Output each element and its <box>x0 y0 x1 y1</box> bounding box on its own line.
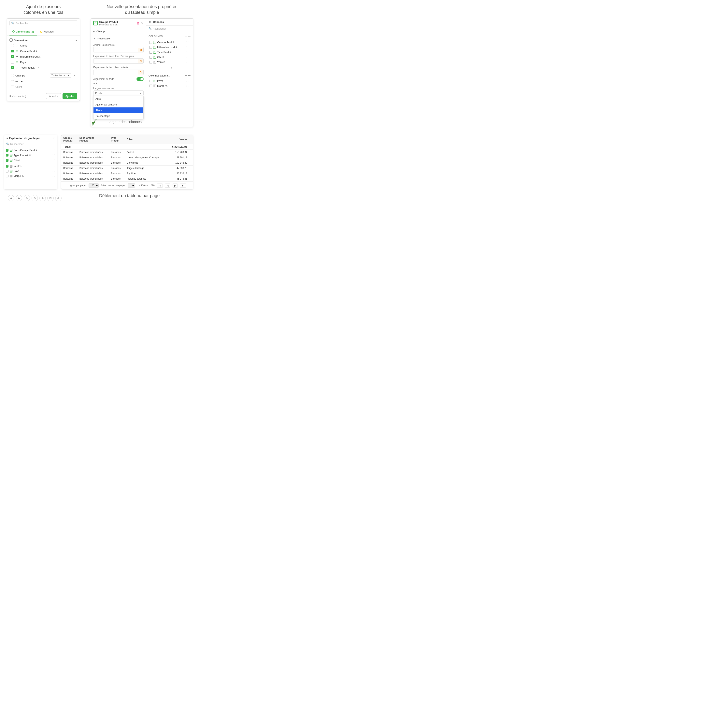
bottom-annotation: Défilement du tableau par page <box>66 193 193 200</box>
select-arrow[interactable]: ▼ <box>138 91 144 96</box>
fx-button-text[interactable]: fx <box>138 70 144 75</box>
expl-item[interactable]: ⬡ Type Produit ☞ ⋮⋮ <box>4 153 57 158</box>
drag-handle[interactable]: ⋮⋮ <box>51 175 55 177</box>
checkbox-col[interactable] <box>149 56 152 58</box>
prev-page-button[interactable]: ◀ <box>165 183 170 188</box>
toolbar-forward-button[interactable]: ▶ <box>16 195 22 201</box>
checkbox-type-produit[interactable] <box>11 66 14 69</box>
checkbox-hierarchie[interactable] <box>11 55 14 58</box>
drag-handle[interactable]: ⋮⋮ <box>186 85 190 87</box>
checkbox-type[interactable] <box>6 154 9 157</box>
fx-button-bg[interactable]: fx <box>138 59 144 63</box>
list-item[interactable]: ⬡ Type Produit ☞ <box>9 65 77 70</box>
totals-scroll <box>189 144 193 150</box>
checkbox-col[interactable] <box>149 41 152 44</box>
list-item[interactable]: ⬡ Groupe Produit <box>9 48 77 54</box>
drag-handle[interactable]: ⋮⋮ <box>51 149 55 151</box>
drag-handle[interactable]: ⋮⋮ <box>51 154 55 157</box>
list-item[interactable]: ⬡ Client <box>9 43 77 48</box>
expl-item[interactable]: 🗄 Ventes ⋮⋮ <box>4 163 57 168</box>
add-column-icon[interactable]: + <box>185 35 187 38</box>
accordion-presentation-header[interactable]: ▼ Présentation <box>91 35 146 42</box>
checkbox-marge[interactable] <box>6 175 9 177</box>
drag-handle[interactable]: ⋮⋮ <box>186 46 190 49</box>
accordion-presentation: ▼ Présentation Afficher la colonne si fx <box>91 35 146 99</box>
page-select[interactable]: 1 <box>128 183 135 188</box>
chevron-down-icon: ▼ <box>67 74 70 77</box>
chevron-up-icon[interactable]: ▲ <box>75 39 77 41</box>
checkbox-champs[interactable] <box>11 74 14 77</box>
checkbox-col[interactable] <box>149 61 152 64</box>
chevron-up-icon[interactable]: ▲ <box>73 74 76 77</box>
toolbar-grid-button[interactable]: ⊟ <box>47 195 54 201</box>
trash-icon[interactable]: 🗑 <box>137 22 139 25</box>
checkbox-client-expl[interactable] <box>6 159 9 162</box>
checkbox-cle[interactable] <box>11 80 14 83</box>
dropdown-option-pourcentage[interactable]: Pourcentage <box>93 113 144 119</box>
more-columns-icon[interactable]: ··· <box>188 35 191 38</box>
champs-select[interactable]: Toutes les ta... ▼ <box>50 73 71 78</box>
more-alterna-icon[interactable]: ··· <box>188 74 191 77</box>
checkbox-alterna[interactable] <box>149 79 152 82</box>
list-item[interactable]: Client <box>9 84 77 90</box>
accordion-champ-header[interactable]: ▶ Champ <box>91 28 146 35</box>
lines-select[interactable]: 100 <box>89 183 99 188</box>
list-item[interactable]: ≣ Hiérarchie produit <box>9 54 77 60</box>
drag-handle[interactable]: ⋮⋮ <box>186 41 190 44</box>
checkbox-pays-expl[interactable] <box>6 170 9 173</box>
checkbox-client2[interactable] <box>11 86 14 88</box>
drag-handle[interactable]: ⋮⋮ <box>186 51 190 53</box>
dropdown-option-ajuster[interactable]: Ajuster au contenu <box>93 102 144 107</box>
checkbox-groupe-produit[interactable] <box>11 50 14 52</box>
checkbox-sous-groupe[interactable] <box>6 149 9 151</box>
afficher-input[interactable] <box>93 47 138 52</box>
collapse-icon[interactable]: − <box>9 38 12 41</box>
toolbar-edit-button[interactable]: ✎ <box>24 195 30 201</box>
drag-handle[interactable]: ⋮⋮ <box>51 165 55 167</box>
drag-handle[interactable]: ⋮⋮ <box>51 159 55 162</box>
list-item[interactable]: ⬡ Pays <box>9 60 77 65</box>
expl-item[interactable]: 🗄 Marge % ⋮⋮ <box>4 174 57 179</box>
arrow-down-icon[interactable]: ↓ <box>171 66 172 69</box>
checkbox-ventes[interactable] <box>6 165 9 168</box>
close-icon[interactable]: ✕ <box>141 21 144 25</box>
drag-handle[interactable]: ⋮⋮ <box>186 61 190 63</box>
toolbar-back-button[interactable]: ◀ <box>8 195 14 201</box>
first-page-button[interactable]: |◀ <box>157 183 163 188</box>
checkbox-pays[interactable] <box>11 61 14 64</box>
checkbox-col[interactable] <box>149 51 152 53</box>
dropdown-option-pixels[interactable]: Pixels <box>93 107 144 113</box>
text-color-input[interactable] <box>93 70 138 75</box>
checkbox-col[interactable] <box>149 46 152 49</box>
alignment-label: Alignement du texte <box>93 78 114 81</box>
toolbar-copy-button[interactable]: ⊙ <box>32 195 38 201</box>
search-input[interactable] <box>15 22 75 24</box>
expl-item[interactable]: ⬡ Client ⋮⋮ <box>4 158 57 163</box>
checkbox-client[interactable] <box>11 44 14 47</box>
fx-button-afficher[interactable]: fx <box>138 48 144 52</box>
add-alterna-icon[interactable]: + <box>185 74 187 77</box>
drag-handle[interactable]: ⋮⋮ <box>186 79 190 82</box>
next-page-button[interactable]: ▶ <box>173 183 178 188</box>
close-exploration-icon[interactable]: ✕ <box>52 137 55 140</box>
tab-mesures[interactable]: 📐 Mesures <box>37 28 57 35</box>
tab-dimensions[interactable]: ⬡ Dimensions (3) <box>9 28 37 35</box>
last-page-button[interactable]: ▶| <box>180 183 186 188</box>
expl-item[interactable]: ⬡ Pays ⋮⋮ <box>4 168 57 174</box>
drag-handle[interactable]: ⋮⋮ <box>186 56 190 58</box>
cell-groupe: Boissons <box>61 166 78 171</box>
ajouter-button[interactable]: Ajouter <box>63 93 78 99</box>
dropdown-option-auto[interactable]: Auto <box>93 96 144 102</box>
arrow-up-icon[interactable]: ↑ <box>167 66 169 69</box>
bg-color-input[interactable] <box>93 58 138 64</box>
toolbar-zoom-button[interactable]: ⊕ <box>40 195 46 201</box>
expl-item[interactable]: ⬡ Sous Groupe Produit ⋮⋮ <box>4 148 57 153</box>
drag-handle[interactable]: ⋮⋮ <box>51 170 55 172</box>
toolbar-share-button[interactable]: ⊗ <box>55 195 61 201</box>
hierarchy-icon: ≣ <box>15 55 18 58</box>
alignment-toggle[interactable] <box>136 77 144 81</box>
list-item[interactable]: %CLE <box>9 79 77 84</box>
checkbox-alterna[interactable] <box>149 85 152 87</box>
data-search-bar: 🔍 Rechercher <box>148 27 191 30</box>
annuler-button[interactable]: Annuler <box>46 93 61 99</box>
